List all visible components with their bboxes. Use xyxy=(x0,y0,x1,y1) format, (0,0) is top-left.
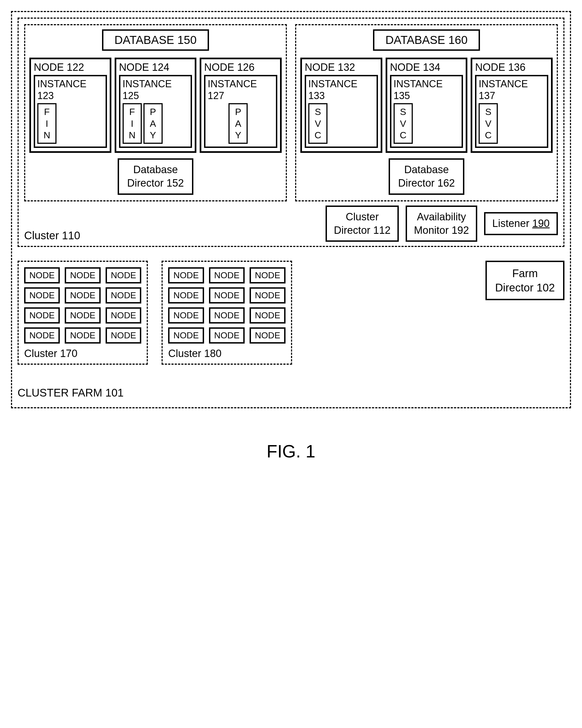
mini-node: NODE xyxy=(65,328,100,343)
svc-pay: P A Y xyxy=(229,103,248,144)
mini-node: NODE xyxy=(209,267,245,283)
cluster110-bottom-row: Cluster 110 Cluster Director 112 Availab… xyxy=(24,206,558,242)
instance-125: INSTANCE 125 F I N P A Y xyxy=(119,75,192,148)
mini-node: NODE xyxy=(168,267,204,283)
cluster-180-label: Cluster 180 xyxy=(168,348,285,360)
cluster-director-112: Cluster Director 112 xyxy=(325,206,399,242)
mini-node: NODE xyxy=(168,328,204,343)
node-126: NODE 126 INSTANCE 127 P A Y xyxy=(200,58,282,153)
node-134: NODE 134 INSTANCE 135 S V C xyxy=(386,58,468,153)
mini-node: NODE xyxy=(249,328,285,343)
mini-node: NODE xyxy=(65,267,100,283)
node-122: NODE 122 INSTANCE 123 F I N xyxy=(29,58,111,153)
cluster-110-label: Cluster 110 xyxy=(24,213,80,242)
db150-nodes: NODE 122 INSTANCE 123 F I N xyxy=(29,58,282,153)
instance-127: INSTANCE 127 P A Y xyxy=(204,75,277,148)
instance-135: INSTANCE 135 S V C xyxy=(390,75,463,148)
db160-title: DATABASE 160 xyxy=(373,29,480,51)
farm-director-102: Farm Director 102 xyxy=(485,261,564,300)
instance-133-title: INSTANCE 133 xyxy=(308,78,374,102)
cluster-farm: DATABASE 150 NODE 122 INSTANCE 123 F I N xyxy=(11,11,571,408)
svc-svc: S V C xyxy=(394,103,413,144)
instance-135-title: INSTANCE 135 xyxy=(394,78,460,102)
svc-svc: S V C xyxy=(308,103,327,144)
svc-fin: F I N xyxy=(123,103,142,144)
instance-137-title: INSTANCE 137 xyxy=(479,78,545,102)
instance-127-title: INSTANCE 127 xyxy=(208,78,274,102)
node-124-title: NODE 124 xyxy=(119,61,192,73)
svc-svc: S V C xyxy=(479,103,498,144)
mini-node: NODE xyxy=(249,267,285,283)
cluster-farm-label: CLUSTER FARM 101 xyxy=(18,387,564,399)
mini-node: NODE xyxy=(249,307,285,323)
lower-row: NODE NODE NODE NODE NODE NODE NODE NODE … xyxy=(18,261,564,365)
mini-node: NODE xyxy=(168,287,204,304)
node-134-title: NODE 134 xyxy=(390,61,463,73)
listener-190: Listener 190 xyxy=(484,212,558,235)
mini-node: NODE xyxy=(106,328,141,343)
svc-pay: P A Y xyxy=(143,103,163,144)
instance-123: INSTANCE 123 F I N xyxy=(34,75,107,148)
node-124: NODE 124 INSTANCE 125 F I N P xyxy=(115,58,197,153)
database-160: DATABASE 160 NODE 132 INSTANCE 133 S V C xyxy=(295,24,558,201)
mini-node: NODE xyxy=(24,328,60,343)
node-122-title: NODE 122 xyxy=(34,61,107,73)
mini-node: NODE xyxy=(209,307,245,323)
mini-node: NODE xyxy=(65,287,100,304)
database-150: DATABASE 150 NODE 122 INSTANCE 123 F I N xyxy=(24,24,287,201)
figure-label: FIG. 1 xyxy=(11,441,571,462)
node-132-title: NODE 132 xyxy=(305,61,378,73)
node-132: NODE 132 INSTANCE 133 S V C xyxy=(300,58,382,153)
database-director-162: Database Director 162 xyxy=(389,158,465,195)
mini-node: NODE xyxy=(24,287,60,304)
mini-node: NODE xyxy=(168,307,204,323)
svc-fin: F I N xyxy=(37,103,56,144)
mini-node: NODE xyxy=(209,328,245,343)
availability-monitor-192: Availability Monitor 192 xyxy=(406,206,477,242)
mini-node: NODE xyxy=(106,267,141,283)
instance-125-title: INSTANCE 125 xyxy=(123,78,189,102)
db150-title: DATABASE 150 xyxy=(102,29,209,51)
database-director-152: Database Director 152 xyxy=(118,158,194,195)
cluster-180: NODE NODE NODE NODE NODE NODE NODE NODE … xyxy=(162,261,292,365)
instance-133: INSTANCE 133 S V C xyxy=(305,75,378,148)
mini-node: NODE xyxy=(249,287,285,304)
mini-node: NODE xyxy=(106,307,141,323)
cluster-170: NODE NODE NODE NODE NODE NODE NODE NODE … xyxy=(18,261,148,365)
mini-node: NODE xyxy=(209,287,245,304)
database-row: DATABASE 150 NODE 122 INSTANCE 123 F I N xyxy=(24,24,558,201)
db160-nodes: NODE 132 INSTANCE 133 S V C xyxy=(300,58,553,153)
node-136-title: NODE 136 xyxy=(475,61,548,73)
node-126-title: NODE 126 xyxy=(204,61,277,73)
instance-137: INSTANCE 137 S V C xyxy=(475,75,548,148)
mini-node: NODE xyxy=(106,287,141,304)
cluster-110: DATABASE 150 NODE 122 INSTANCE 123 F I N xyxy=(18,18,564,247)
mini-node: NODE xyxy=(65,307,100,323)
instance-123-title: INSTANCE 123 xyxy=(37,78,103,102)
mini-node: NODE xyxy=(24,267,60,283)
cluster-170-label: Cluster 170 xyxy=(24,348,141,360)
node-136: NODE 136 INSTANCE 137 S V C xyxy=(471,58,553,153)
mini-node: NODE xyxy=(24,307,60,323)
